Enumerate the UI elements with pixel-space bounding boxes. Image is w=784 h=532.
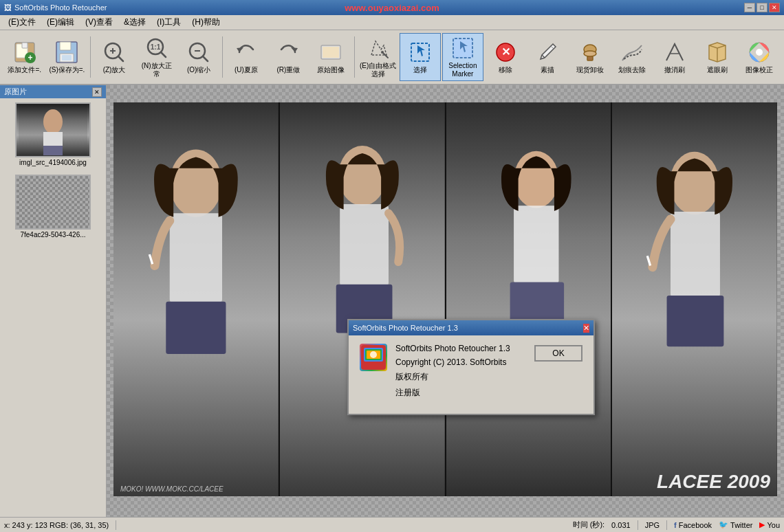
thumbnail-girl-preview [17, 104, 89, 156]
status-sep-3 [666, 520, 667, 530]
menu-file[interactable]: (E)文件 [3, 15, 41, 30]
menu-tools[interactable]: (I)工具 [151, 15, 186, 30]
undo-button[interactable]: (U)夏原 [226, 33, 267, 81]
add-file-button[interactable]: + 添加文件=. [4, 33, 45, 81]
dialog-title-bar: SoftOrbits Photo Retoucher 1.3 ✕ [349, 320, 594, 335]
svg-text:✕: ✕ [501, 46, 510, 58]
scratch-icon [620, 40, 644, 65]
maximize-button[interactable]: □ [756, 3, 767, 12]
status-coords: x: 243 y: 123 RGB: (36, 31, 35) [4, 521, 109, 529]
freeselect-label: (E)自由格式选择 [360, 62, 397, 78]
zoom-normal-button[interactable]: 1:1 (N)放大正常 [136, 33, 177, 81]
status-format: JPG [645, 521, 660, 529]
thumbnail-1-image [15, 102, 91, 157]
toolbar-sep-2 [222, 36, 223, 78]
minimize-button[interactable]: ─ [744, 3, 755, 12]
twitter-button[interactable]: 🐦 Twitter [719, 520, 752, 529]
twitter-icon: 🐦 [719, 520, 728, 529]
svg-point-23 [381, 51, 384, 54]
selection-marker-icon [450, 36, 475, 60]
scratch-label: 划痕去除 [618, 66, 646, 74]
selection-marker-button[interactable]: Selection Marker [442, 33, 483, 81]
fade-label: 撤消刷 [664, 66, 685, 74]
svg-text:+: + [28, 53, 32, 63]
zoom-in-button[interactable]: (Z)放大 [94, 33, 135, 81]
close-button[interactable]: ✕ [769, 3, 780, 12]
zoom-out-icon [186, 40, 211, 65]
save-label: (S)保存为=. [49, 66, 85, 74]
add-file-label: 添加文件=. [8, 66, 41, 74]
color-correct-icon [747, 40, 772, 65]
status-bar: x: 243 y: 123 RGB: (36, 31, 35) 时间 (秒): … [0, 517, 784, 532]
menu-edit[interactable]: (E)编辑 [41, 15, 80, 30]
clone-label: 遮眼刷 [707, 66, 728, 74]
zoom-in-icon [102, 40, 127, 65]
sidebar: 原图片 ✕ [0, 85, 107, 517]
remove-button[interactable]: ✕ 移除 [485, 33, 526, 81]
scratch-button[interactable]: 划痕去除 [612, 33, 653, 81]
stamp-button[interactable]: 现货卸妆 [569, 33, 611, 81]
remove-icon: ✕ [493, 40, 518, 65]
select-button[interactable]: 选择 [400, 33, 441, 81]
svg-point-31 [584, 51, 596, 56]
svg-point-33 [756, 49, 763, 56]
dialog-title-text: SoftOrbits Photo Retoucher 1.3 [353, 324, 458, 332]
freeselect-icon [366, 36, 391, 60]
select-label: 选择 [413, 66, 427, 74]
svg-rect-2 [22, 43, 28, 48]
status-sep-2 [638, 520, 638, 530]
facebook-button[interactable]: f Facebook [674, 521, 712, 529]
app-title: SoftOrbits Photo Retoucher [14, 3, 107, 12]
svg-rect-38 [43, 146, 63, 155]
redo-button[interactable]: (R)重做 [268, 33, 309, 81]
selection-marker-label: Selection Marker [448, 62, 477, 78]
svg-point-36 [43, 109, 63, 134]
youtube-icon: ▶ [759, 520, 765, 529]
clone-button[interactable]: 遮眼刷 [697, 33, 738, 81]
clone-icon [705, 40, 730, 65]
select-icon [408, 40, 433, 65]
canvas-area[interactable]: MOKO! WWW.MOKC.CC/LACEE LACEE 2009 SoftO… [107, 85, 784, 517]
svg-line-18 [203, 56, 208, 61]
list-item[interactable]: imgl_src_4194006.jpg [5, 102, 101, 166]
status-time-value: 0.031 [611, 521, 631, 529]
original-label: 原始图像 [317, 66, 345, 74]
youtube-button[interactable]: ▶ You [759, 520, 780, 529]
youtube-label: You [767, 521, 780, 529]
list-item[interactable]: 7fe4ac29-5043-426... [5, 175, 101, 239]
zoom-out-button[interactable]: (O)缩小 [178, 33, 219, 81]
save-button[interactable]: (S)保存为=. [47, 33, 88, 81]
zoom-out-label: (O)缩小 [187, 66, 210, 74]
menu-view[interactable]: (V)查看 [80, 15, 118, 30]
sketch-button[interactable]: 素描 [527, 33, 568, 81]
sidebar-title: 原图片 [4, 87, 27, 97]
fade-button[interactable]: 撤消刷 [654, 33, 695, 81]
svg-text:1:1: 1:1 [150, 43, 160, 51]
add-file-icon: + [12, 40, 37, 65]
redo-label: (R)重做 [277, 66, 301, 74]
dialog-ok-button[interactable]: OK [534, 345, 582, 362]
menu-select[interactable]: &选择 [118, 15, 151, 30]
color-correct-label: 图像校正 [745, 66, 773, 74]
menu-help[interactable]: (H)帮助 [186, 15, 226, 30]
freeselect-button[interactable]: (E)自由格式选择 [358, 33, 399, 81]
window-controls: ─ □ ✕ [744, 3, 780, 12]
color-correct-button[interactable]: 图像校正 [739, 33, 780, 81]
dialog-overlay: SoftOrbits Photo Retoucher 1.3 ✕ [107, 85, 784, 517]
sketch-label: 素描 [541, 66, 554, 74]
sidebar-close-button[interactable]: ✕ [92, 87, 102, 97]
dialog-app-icon [360, 344, 387, 371]
original-button[interactable]: 原始图像 [310, 33, 351, 81]
svg-line-12 [118, 56, 123, 61]
save-icon [54, 40, 79, 65]
toolbar: + 添加文件=. (S)保存为=. (Z)放大 [0, 30, 784, 85]
svg-rect-6 [60, 42, 71, 50]
dialog-close-button[interactable]: ✕ [583, 324, 589, 333]
status-time-label: 时间 (秒): [573, 520, 605, 530]
zoom-normal-icon: 1:1 [144, 36, 169, 60]
sketch-icon [535, 40, 560, 65]
thumbnail-2-image [15, 175, 91, 230]
undo-label: (U)夏原 [235, 66, 258, 74]
zoom-normal-label: (N)放大正常 [138, 62, 175, 78]
menu-bar: (E)文件 (E)编辑 (V)查看 &选择 (I)工具 (H)帮助 [0, 15, 784, 30]
